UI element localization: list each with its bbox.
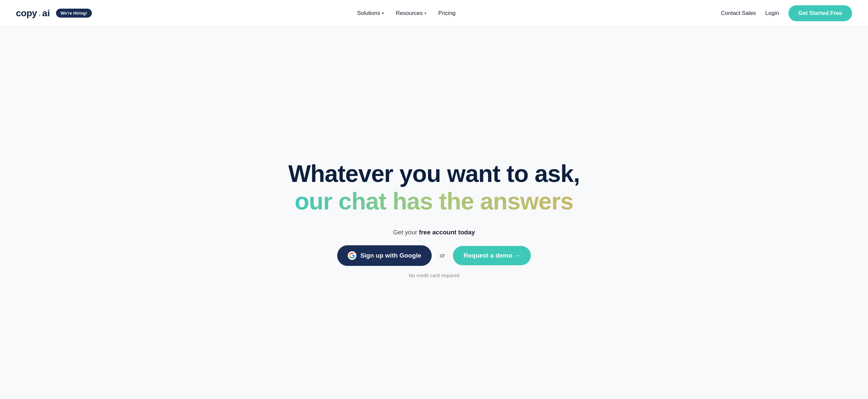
logo[interactable]: copy.ai [16,8,50,19]
solutions-chevron-icon: ▾ [382,11,384,16]
request-demo-button[interactable]: Request a demo → [453,246,531,265]
contact-sales-link[interactable]: Contact Sales [721,10,756,17]
no-credit-card-text: No credit card required [409,273,460,278]
nav-resources[interactable]: Resources ▾ [396,10,426,17]
google-logo-svg [349,253,355,259]
or-separator: or [440,252,445,259]
cta-text-prefix: Get your [393,229,419,236]
cta-text-bold: free account today [419,229,475,236]
login-link[interactable]: Login [765,10,779,17]
google-icon [348,251,356,260]
hero-cta-text: Get your free account today [393,229,475,236]
google-signup-button[interactable]: Sign up with Google [337,245,432,266]
logo-copy: copy [16,8,37,19]
nav-left: copy.ai We're Hiring! [16,8,92,19]
solutions-label: Solutions [357,10,380,17]
resources-label: Resources [396,10,423,17]
pricing-label: Pricing [438,10,456,17]
hiring-badge[interactable]: We're Hiring! [56,9,92,18]
hero-section: Whatever you want to ask, our chat has t… [0,27,868,399]
hero-headline-line1: Whatever you want to ask, [288,161,580,187]
nav-solutions[interactable]: Solutions ▾ [357,10,384,17]
hero-buttons: Sign up with Google or Request a demo → [337,245,531,266]
nav-links: Solutions ▾ Resources ▾ Pricing [357,10,456,17]
logo-dot: . [38,8,41,19]
navbar: copy.ai We're Hiring! Solutions ▾ Resour… [0,0,868,27]
resources-chevron-icon: ▾ [424,11,426,16]
nav-right: Contact Sales Login Get Started Free [721,5,852,21]
logo-ai: ai [42,8,50,19]
get-started-button[interactable]: Get Started Free [788,5,852,21]
hero-headline-line2: our chat has the answers [295,187,573,216]
google-signup-label: Sign up with Google [361,252,422,259]
nav-pricing[interactable]: Pricing [438,10,456,17]
